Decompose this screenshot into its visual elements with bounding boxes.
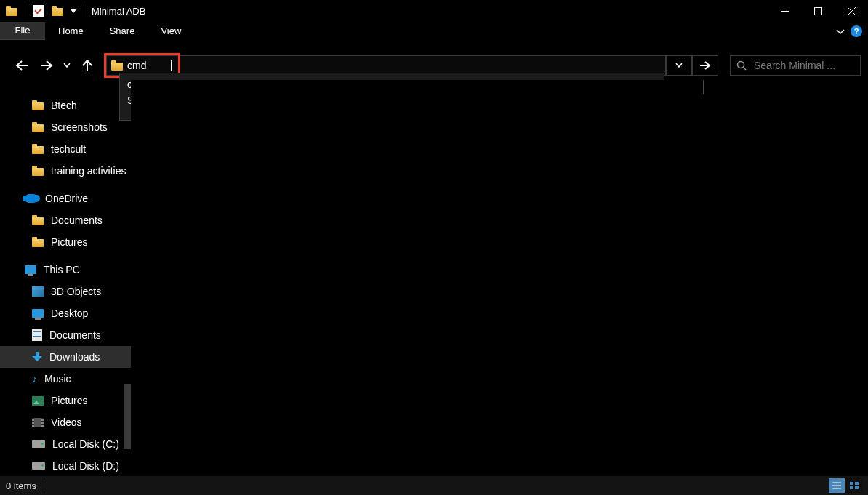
sidebar-item-label: Local Disk (D:) (52, 460, 119, 472)
sidebar-item-label: Pictures (51, 236, 88, 248)
address-input[interactable] (127, 60, 171, 71)
folder-icon (32, 237, 44, 247)
window-controls (768, 0, 868, 22)
sidebar-item-label: 3D Objects (51, 286, 101, 297)
sidebar-item-label: Documents (51, 214, 103, 226)
ribbon: File Home Share View ? (0, 22, 868, 41)
help-icon[interactable]: ? (851, 25, 862, 37)
this-pc-icon (25, 265, 36, 274)
sidebar-item-label: Local Disk (C:) (52, 438, 119, 450)
music-icon: ♪ (32, 373, 37, 385)
status-item-count: 0 items (6, 480, 36, 491)
svg-rect-1 (814, 7, 821, 15)
sidebar-item-screenshots[interactable]: Screenshots (0, 116, 131, 138)
explorer-body: Btech Screenshots techcult training acti… (0, 80, 868, 473)
svg-rect-16 (855, 486, 859, 489)
sidebar-item-desktop[interactable]: Desktop (0, 302, 131, 324)
sidebar-item-label: Music (44, 373, 71, 385)
text-cursor (171, 60, 172, 71)
drive-icon (32, 462, 45, 470)
tab-home[interactable]: Home (45, 22, 97, 40)
sidebar-item-videos[interactable]: Videos (0, 411, 131, 433)
preview-pane-divider[interactable] (703, 80, 704, 94)
qat-separator (25, 4, 25, 17)
navigation-pane: Btech Screenshots techcult training acti… (0, 80, 131, 473)
sidebar-item-disk-d[interactable]: Local Disk (D:) (0, 455, 131, 477)
svg-rect-15 (850, 486, 853, 489)
sidebar-item-btech[interactable]: Btech (0, 94, 131, 116)
address-history-button[interactable] (666, 55, 692, 76)
sidebar-item-downloads[interactable]: Downloads (0, 346, 131, 368)
svg-rect-14 (855, 482, 859, 485)
recent-locations-button[interactable] (61, 55, 73, 76)
sidebar-item-label: Desktop (51, 307, 88, 319)
sidebar-item-3dobjects[interactable]: 3D Objects (0, 281, 131, 302)
address-folder-icon (111, 60, 123, 71)
sidebar-item-onedrive[interactable]: OneDrive (0, 188, 131, 209)
tab-view[interactable]: View (148, 22, 194, 40)
sidebar-item-label: Downloads (49, 351, 100, 363)
sidebar-item-label: Btech (51, 100, 77, 111)
3d-objects-icon (32, 286, 44, 297)
sidebar-item-label: OneDrive (45, 193, 88, 204)
expand-ribbon-icon[interactable] (836, 27, 845, 36)
search-placeholder: Search Minimal ... (754, 60, 835, 71)
sidebar-item-od-pictures[interactable]: Pictures (0, 231, 131, 253)
thumbnails-view-button[interactable] (846, 478, 862, 493)
status-separator (44, 480, 44, 491)
titlebar: Minimal ADB (0, 0, 868, 22)
tree-scrollbar[interactable] (124, 384, 131, 449)
sidebar-item-pictures[interactable]: Pictures (0, 390, 131, 411)
folder-icon (32, 100, 44, 110)
sidebar-item-disk-c[interactable]: Local Disk (C:) (0, 433, 131, 455)
qat-separator-2 (84, 4, 84, 17)
sidebar-item-label: training activities (51, 165, 126, 177)
documents-icon (32, 329, 42, 341)
content-pane[interactable] (131, 80, 868, 473)
maximize-button[interactable] (801, 0, 835, 22)
desktop-icon (32, 309, 44, 318)
folder-icon (32, 215, 44, 225)
new-folder-icon[interactable] (52, 6, 63, 16)
sidebar-item-training[interactable]: training activities (0, 160, 131, 182)
sidebar-item-thispc[interactable]: This PC (0, 259, 131, 281)
properties-icon[interactable] (33, 5, 44, 17)
search-icon (736, 60, 747, 71)
file-tab[interactable]: File (0, 22, 45, 40)
sidebar-item-label: Screenshots (51, 121, 108, 133)
sidebar-item-od-documents[interactable]: Documents (0, 209, 131, 231)
folder-icon (32, 166, 44, 176)
sidebar-item-label: techcult (51, 143, 86, 155)
sidebar-item-techcult[interactable]: techcult (0, 138, 131, 160)
downloads-icon (32, 352, 42, 362)
sidebar-item-label: Pictures (51, 395, 88, 406)
drive-icon (32, 440, 45, 448)
close-button[interactable] (835, 0, 868, 22)
details-view-button[interactable] (829, 478, 845, 493)
sidebar-item-music[interactable]: ♪ Music (0, 368, 131, 390)
pictures-icon (32, 396, 44, 406)
forward-button[interactable] (36, 55, 57, 76)
videos-icon (32, 418, 44, 427)
folder-icon (32, 122, 44, 132)
status-bar: 0 items (0, 476, 868, 495)
sidebar-item-documents[interactable]: Documents (0, 324, 131, 346)
svg-line-9 (744, 68, 746, 70)
window-title: Minimal ADB (92, 6, 145, 17)
app-folder-icon (6, 6, 17, 16)
search-box[interactable]: Search Minimal ... (730, 55, 861, 76)
folder-icon (32, 144, 44, 154)
address-go-button[interactable] (692, 55, 718, 76)
tab-share[interactable]: Share (97, 22, 148, 40)
back-button[interactable] (12, 55, 32, 76)
svg-point-8 (738, 62, 744, 68)
svg-rect-13 (850, 482, 853, 485)
onedrive-icon (25, 194, 38, 203)
view-switch (829, 478, 862, 493)
up-button[interactable] (77, 55, 97, 76)
sidebar-item-label: Videos (51, 416, 82, 428)
sidebar-item-label: Documents (49, 329, 101, 341)
minimize-button[interactable] (768, 0, 801, 22)
qat-dropdown-icon[interactable] (71, 9, 76, 13)
sidebar-item-label: This PC (44, 264, 80, 275)
